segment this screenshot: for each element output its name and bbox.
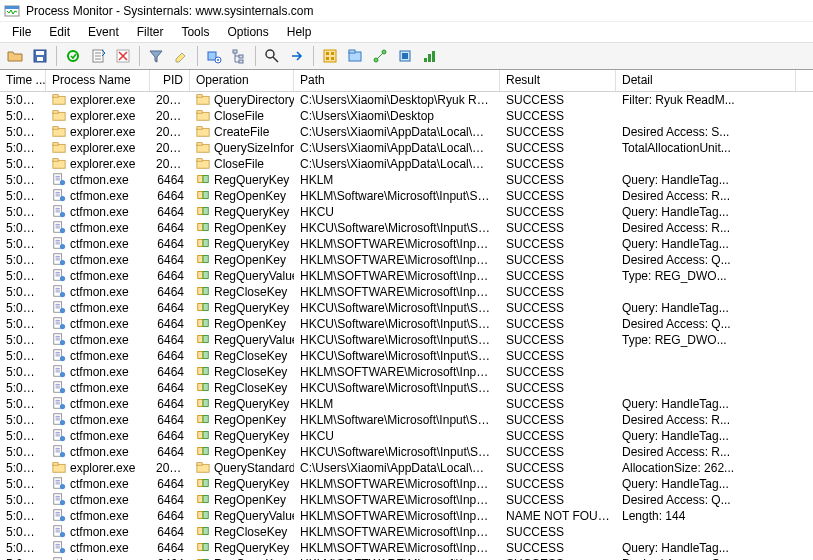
- column-header-pid[interactable]: PID: [150, 70, 190, 91]
- file-op-icon: [196, 108, 210, 125]
- event-row[interactable]: 5:06:4...explorer.exe20680CloseFileC:\Us…: [0, 108, 813, 124]
- event-row[interactable]: 5:06:4...ctfmon.exe6464RegOpenKeyHKCU\So…: [0, 444, 813, 460]
- cell-path: HKLM\SOFTWARE\Microsoft\Input\Se...: [294, 525, 500, 539]
- cell-result: SUCCESS: [500, 477, 616, 491]
- svg-rect-15: [326, 52, 329, 55]
- event-row[interactable]: 5:06:4...ctfmon.exe6464RegQueryKeyHKLMSU…: [0, 172, 813, 188]
- highlight-icon[interactable]: [170, 45, 192, 67]
- column-header-op[interactable]: Operation: [190, 70, 294, 91]
- show-network-icon[interactable]: [369, 45, 391, 67]
- event-row[interactable]: 5:06:4...ctfmon.exe6464RegQueryKeyHKCUSU…: [0, 204, 813, 220]
- application-icon: [52, 444, 66, 461]
- save-icon[interactable]: [29, 45, 51, 67]
- event-row[interactable]: 5:06:4...ctfmon.exe6464RegQueryKeyHKLMSU…: [0, 396, 813, 412]
- process-name-text: ctfmon.exe: [70, 237, 129, 251]
- cell-path: C:\Users\Xiaomi\AppData\Local\Micro...: [294, 461, 500, 475]
- event-row[interactable]: 5:06:4...ctfmon.exe6464RegCloseKeyHKCU\S…: [0, 348, 813, 364]
- event-row[interactable]: 5:06:4...ctfmon.exe6464RegOpenKeyHKLM\SO…: [0, 556, 813, 560]
- svg-rect-39: [197, 126, 202, 129]
- event-row[interactable]: 5:06:4...explorer.exe20680QuerySizeInfor…: [0, 140, 813, 156]
- open-icon[interactable]: [4, 45, 26, 67]
- event-row[interactable]: 5:06:4...ctfmon.exe6464RegCloseKeyHKCU\S…: [0, 380, 813, 396]
- show-filesystem-icon[interactable]: [344, 45, 366, 67]
- cell-path: HKLM\SOFTWARE\Microsoft\Input\Se...: [294, 365, 500, 379]
- column-header-path[interactable]: Path: [294, 70, 500, 91]
- show-profiling-icon[interactable]: [419, 45, 441, 67]
- operation-text: RegCloseKey: [214, 365, 287, 379]
- registry-op-icon: [196, 444, 210, 461]
- menu-help[interactable]: Help: [279, 24, 320, 40]
- registry-op-icon: [196, 508, 210, 525]
- svg-rect-134: [198, 511, 203, 518]
- process-name-text: ctfmon.exe: [70, 285, 129, 299]
- column-header-proc[interactable]: Process Name: [46, 70, 150, 91]
- cell-pid: 6464: [150, 253, 190, 267]
- cell-time: 5:06:4...: [0, 301, 46, 315]
- autoscroll-icon[interactable]: [87, 45, 109, 67]
- cell-path: HKCU: [294, 205, 500, 219]
- cell-result: SUCCESS: [500, 253, 616, 267]
- svg-rect-90: [198, 335, 203, 342]
- show-process-icon[interactable]: [394, 45, 416, 67]
- operation-text: RegQueryKey: [214, 237, 289, 251]
- menu-options[interactable]: Options: [219, 24, 276, 40]
- listview-header[interactable]: Time ...Process NamePIDOperationPathResu…: [0, 70, 813, 92]
- cell-detail: Desired Access: R...: [616, 221, 796, 235]
- cell-process-name: ctfmon.exe: [46, 284, 150, 301]
- cell-process-name: ctfmon.exe: [46, 508, 150, 525]
- show-registry-icon[interactable]: [319, 45, 341, 67]
- operation-text: RegOpenKey: [214, 221, 286, 235]
- event-row[interactable]: 5:06:4...ctfmon.exe6464RegQueryValueHKCU…: [0, 332, 813, 348]
- column-header-det[interactable]: Detail: [616, 70, 796, 91]
- menu-edit[interactable]: Edit: [41, 24, 78, 40]
- cell-result: SUCCESS: [500, 189, 616, 203]
- cell-time: 5:06:4...: [0, 157, 46, 171]
- event-row[interactable]: 5:06:4...ctfmon.exe6464RegQueryKeyHKLM\S…: [0, 236, 813, 252]
- capture-icon[interactable]: [62, 45, 84, 67]
- event-row[interactable]: 5:06:4...explorer.exe20680CloseFileC:\Us…: [0, 156, 813, 172]
- operation-text: RegOpenKey: [214, 413, 286, 427]
- event-row[interactable]: 5:06:4...ctfmon.exe6464RegOpenKeyHKLM\So…: [0, 188, 813, 204]
- event-row[interactable]: 5:06:4...ctfmon.exe6464RegQueryValueHKLM…: [0, 508, 813, 524]
- listview-body[interactable]: 5:06:4...explorer.exe20680QueryDirectory…: [0, 92, 813, 560]
- menu-tools[interactable]: Tools: [173, 24, 217, 40]
- column-header-res[interactable]: Result: [500, 70, 616, 91]
- process-tree-icon[interactable]: [228, 45, 250, 67]
- event-row[interactable]: 5:06:4...explorer.exe20680QueryStandardI…: [0, 460, 813, 476]
- column-header-time[interactable]: Time ...: [0, 70, 46, 91]
- event-row[interactable]: 5:06:4...ctfmon.exe6464RegOpenKeyHKLM\SO…: [0, 492, 813, 508]
- event-row[interactable]: 5:06:4...ctfmon.exe6464RegOpenKeyHKCU\So…: [0, 316, 813, 332]
- find-icon[interactable]: [261, 45, 283, 67]
- event-row[interactable]: 5:06:4...ctfmon.exe6464RegOpenKeyHKLM\So…: [0, 412, 813, 428]
- event-row[interactable]: 5:06:4...ctfmon.exe6464RegQueryKeyHKLM\S…: [0, 540, 813, 556]
- cell-pid: 6464: [150, 173, 190, 187]
- application-icon: [52, 348, 66, 365]
- event-row[interactable]: 5:06:4...ctfmon.exe6464RegQueryKeyHKCUSU…: [0, 428, 813, 444]
- clear-icon[interactable]: [112, 45, 134, 67]
- application-icon: [52, 364, 66, 381]
- menu-filter[interactable]: Filter: [129, 24, 172, 40]
- svg-rect-16: [331, 52, 334, 55]
- svg-point-117: [60, 451, 65, 456]
- process-name-text: ctfmon.exe: [70, 269, 129, 283]
- event-listview[interactable]: Time ...Process NamePIDOperationPathResu…: [0, 70, 813, 560]
- event-row[interactable]: 5:06:4...ctfmon.exe6464RegOpenKeyHKCU\So…: [0, 220, 813, 236]
- event-row[interactable]: 5:06:4...ctfmon.exe6464RegQueryKeyHKLM\S…: [0, 476, 813, 492]
- event-row[interactable]: 5:06:4...ctfmon.exe6464RegQueryValueHKLM…: [0, 268, 813, 284]
- menu-file[interactable]: File: [4, 24, 39, 40]
- event-row[interactable]: 5:06:4...explorer.exe20680CreateFileC:\U…: [0, 124, 813, 140]
- file-op-icon: [196, 92, 210, 109]
- event-row[interactable]: 5:06:4...ctfmon.exe6464RegCloseKeyHKLM\S…: [0, 524, 813, 540]
- process-name-text: ctfmon.exe: [70, 541, 129, 555]
- event-row[interactable]: 5:06:4...ctfmon.exe6464RegQueryKeyHKCU\S…: [0, 300, 813, 316]
- svg-point-57: [60, 211, 65, 216]
- filter-icon[interactable]: [145, 45, 167, 67]
- event-row[interactable]: 5:06:4...ctfmon.exe6464RegCloseKeyHKLM\S…: [0, 364, 813, 380]
- include-process-icon[interactable]: [203, 45, 225, 67]
- event-row[interactable]: 5:06:4...ctfmon.exe6464RegOpenKeyHKLM\SO…: [0, 252, 813, 268]
- registry-op-icon: [196, 204, 210, 221]
- menu-event[interactable]: Event: [80, 24, 127, 40]
- jump-icon[interactable]: [286, 45, 308, 67]
- event-row[interactable]: 5:06:4...explorer.exe20680QueryDirectory…: [0, 92, 813, 108]
- event-row[interactable]: 5:06:4...ctfmon.exe6464RegCloseKeyHKLM\S…: [0, 284, 813, 300]
